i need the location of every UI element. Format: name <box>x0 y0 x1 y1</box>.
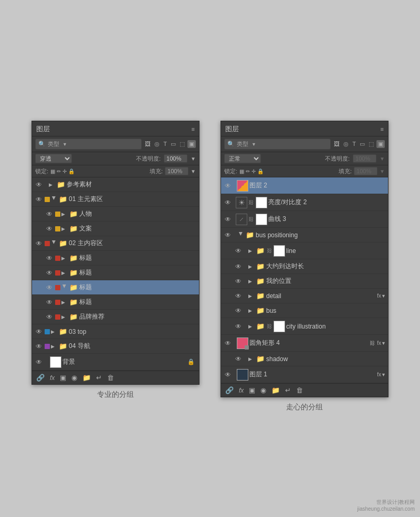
eye-layer1[interactable]: 👁 <box>223 370 233 379</box>
layer-row-shadow[interactable]: 👁 ▶ 📁 shadow <box>221 352 388 366</box>
right-fill-input[interactable] <box>354 167 377 175</box>
eye-brand[interactable]: 👁 <box>45 312 54 322</box>
layer-row-curves[interactable]: 👁 ⟋ ⛓ 曲线 3 <box>221 211 388 228</box>
right-footer-fx[interactable]: fx <box>239 387 244 394</box>
left-opacity-input[interactable] <box>164 154 187 163</box>
layer-row-brand[interactable]: 👁 ▶ 📁 品牌推荐 <box>32 310 199 324</box>
expand-title1[interactable]: ▶ <box>61 256 68 261</box>
right-lock-brush[interactable]: ✏ <box>246 168 250 174</box>
layer-row-title3[interactable]: 👁 ▶ 📁 标题 <box>32 280 199 295</box>
layer-row-detail[interactable]: 👁 ▶ 📁 detail fx ▼ <box>221 289 388 303</box>
eye-layer2[interactable]: 👁 <box>223 181 233 191</box>
layer-row-bus[interactable]: 👁 ▶ 📁 bus <box>221 303 388 318</box>
eye-shadow[interactable]: 👁 <box>234 354 243 364</box>
right-dropdown-arrow[interactable]: ▼ <box>251 142 256 147</box>
eye-nav04[interactable]: 👁 <box>34 342 44 351</box>
expand-bus[interactable]: ▶ <box>248 308 255 313</box>
right-panel-menu-icon[interactable]: ≡ <box>381 126 384 132</box>
left-footer-mask[interactable]: ▣ <box>60 374 66 382</box>
layer-row-layer2[interactable]: 👁 图层 2 <box>221 177 388 194</box>
layer-row-rect4[interactable]: 👁 圆角矩形 4 ⛓ fx ▼ <box>221 335 388 352</box>
layer-row-nav04[interactable]: 👁 ▶ 📁 04 导航 <box>32 339 199 354</box>
left-tool-shape[interactable]: ▭ <box>170 140 177 148</box>
right-footer-folder[interactable]: 📁 <box>271 386 280 394</box>
left-footer-new[interactable]: ↵ <box>96 374 102 382</box>
layer-row-title4[interactable]: 👁 ▶ 📁 标题 <box>32 295 199 310</box>
right-tool-shape[interactable]: ▭ <box>359 140 366 148</box>
eye-top03[interactable]: 👁 <box>34 327 44 336</box>
layer-row-line[interactable]: 👁 ▶ 📁 ⛓ line <box>221 242 388 259</box>
expand-city[interactable]: ▶ <box>248 324 255 329</box>
eye-title3[interactable]: 👁 <box>45 283 54 292</box>
layer-row-bg[interactable]: 👁 背景 🔒 <box>32 354 199 371</box>
right-blend-select[interactable]: 正常 穿透 <box>224 154 261 163</box>
eye-ref[interactable]: 👁 <box>34 180 44 189</box>
eye-people[interactable]: 👁 <box>45 209 54 219</box>
eye-detail[interactable]: 👁 <box>234 291 243 301</box>
left-tool-text[interactable]: T <box>162 140 168 148</box>
eye-arrival[interactable]: 👁 <box>234 262 243 271</box>
expand-shadow[interactable]: ▶ <box>248 356 255 362</box>
left-lock-brush[interactable]: ✏ <box>57 168 61 174</box>
expand-bus-pos[interactable]: ▶ <box>238 232 244 238</box>
eye-copy[interactable]: 👁 <box>45 224 54 234</box>
left-tool-image[interactable]: 🖼 <box>144 140 152 148</box>
left-footer-fx[interactable]: fx <box>50 374 55 382</box>
fx-arrow-detail[interactable]: ▼ <box>381 293 386 299</box>
expand-main-zone[interactable]: ▶ <box>51 196 57 203</box>
eye-city[interactable]: 👁 <box>234 322 243 331</box>
right-tool-extra[interactable]: ▣ <box>376 140 385 148</box>
left-tool-circle[interactable]: ◎ <box>153 140 161 148</box>
left-footer-circle[interactable]: ◉ <box>71 374 77 382</box>
expand-position[interactable]: ▶ <box>248 279 255 284</box>
eye-position[interactable]: 👁 <box>234 277 243 286</box>
layer-row-title1[interactable]: 👁 ▶ 📁 标题 <box>32 251 199 266</box>
right-footer-mask[interactable]: ▣ <box>249 386 255 394</box>
expand-title4[interactable]: ▶ <box>61 300 68 305</box>
left-lock-all[interactable]: 🔒 <box>68 168 75 174</box>
eye-content-zone[interactable]: 👁 <box>34 239 44 248</box>
left-fill-arrow[interactable]: ▼ <box>191 168 196 174</box>
left-blend-select[interactable]: 穿透 正常 <box>35 154 72 163</box>
layer-row-people[interactable]: 👁 ▶ 📁 人物 <box>32 207 199 221</box>
eye-main-zone[interactable]: 👁 <box>34 195 44 204</box>
expand-ref[interactable]: ▶ <box>49 182 55 187</box>
expand-brand[interactable]: ▶ <box>61 314 68 320</box>
left-footer-delete[interactable]: 🗑 <box>107 374 114 382</box>
expand-line[interactable]: ▶ <box>248 248 255 254</box>
eye-curves[interactable]: 👁 <box>223 215 233 224</box>
left-search-box[interactable]: 🔍 类型 ▼ <box>35 139 142 150</box>
fx-arrow-rect4[interactable]: ▼ <box>381 341 386 346</box>
layer-row-layer1[interactable]: 👁 图层 1 fx ▼ <box>221 366 388 383</box>
right-footer-new[interactable]: ↵ <box>285 386 291 394</box>
eye-bg[interactable]: 👁 <box>34 357 44 367</box>
right-opacity-arrow[interactable]: ▼ <box>380 156 385 162</box>
layer-row-ref[interactable]: 👁 ▶ 📁 参考素材 <box>32 177 199 192</box>
right-lock-pixels[interactable]: ▦ <box>239 168 244 174</box>
eye-bus[interactable]: 👁 <box>234 306 243 315</box>
left-lock-pixels[interactable]: ▦ <box>50 168 55 174</box>
layer-row-position[interactable]: 👁 ▶ 📁 我的位置 <box>221 274 388 289</box>
expand-nav04[interactable]: ▶ <box>51 344 57 349</box>
right-search-box[interactable]: 🔍 类型 ▼ <box>224 139 331 150</box>
layer-row-copy[interactable]: 👁 ▶ 📁 文案 <box>32 221 199 236</box>
right-tool-text[interactable]: T <box>351 140 357 148</box>
layer-row-title2[interactable]: 👁 ▶ 📁 标题 <box>32 266 199 280</box>
left-fill-input[interactable] <box>165 167 188 175</box>
right-footer-link[interactable]: 🔗 <box>225 386 234 394</box>
left-tool-smart[interactable]: ⬚ <box>178 140 186 148</box>
left-panel-menu-icon[interactable]: ≡ <box>192 126 195 132</box>
expand-detail[interactable]: ▶ <box>248 293 255 299</box>
layer-row-brightness[interactable]: 👁 ☀ ⛓ 亮度/对比度 2 <box>221 194 388 211</box>
expand-arrival[interactable]: ▶ <box>248 264 255 269</box>
expand-title3[interactable]: ▶ <box>62 284 67 291</box>
eye-rect4[interactable]: 👁 <box>223 339 233 348</box>
layer-row-main-zone[interactable]: 👁 ▶ 📁 01 主元素区 <box>32 192 199 207</box>
layer-row-top03[interactable]: 👁 ▶ 📁 03 top <box>32 324 199 339</box>
expand-copy[interactable]: ▶ <box>61 226 68 231</box>
right-lock-all[interactable]: 🔒 <box>257 168 264 174</box>
right-lock-move[interactable]: ✛ <box>251 168 256 174</box>
eye-bus-pos[interactable]: 👁 <box>223 230 233 240</box>
layer-row-arrival[interactable]: 👁 ▶ 📁 大约到达时长 <box>221 259 388 274</box>
fx-arrow-layer1[interactable]: ▼ <box>381 372 386 377</box>
